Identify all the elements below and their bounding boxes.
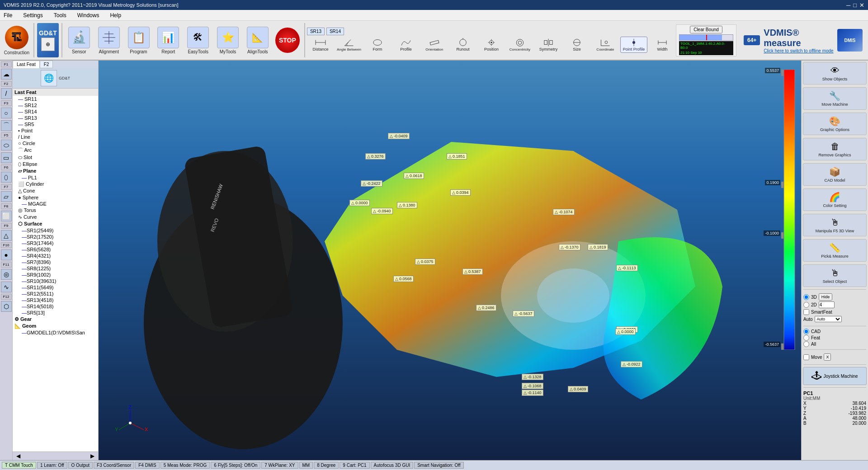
alignment-btn[interactable]: Alignment (94, 23, 124, 57)
fkey-f3[interactable]: F3 (1, 100, 12, 106)
angle-btn[interactable]: Angle Between (335, 37, 363, 53)
sb-dmis[interactable]: F4 DMIS (135, 462, 159, 469)
2d-value-input[interactable] (819, 301, 835, 308)
feat-gmodel[interactable]: — GMODEL1(D:\VDMIS\San (13, 329, 98, 336)
plane-icon-btn[interactable]: ▱ (1, 191, 12, 202)
3d-radio[interactable] (803, 294, 809, 300)
feat-sr11b[interactable]: — SR11(5649) (13, 284, 98, 291)
pick-measure-btn[interactable]: 📏 Pick& Measure (803, 239, 867, 262)
concentricity-btn[interactable]: Concentricity (506, 37, 533, 53)
feat-sr10[interactable]: — SR10(39631) (13, 278, 98, 284)
joystick-machine-btn[interactable]: 🕹 Joystick Machine (803, 367, 867, 385)
sb-cart[interactable]: 9 Cart: PC1 (340, 462, 369, 469)
stop-btn[interactable]: STOP (275, 28, 300, 53)
runout-btn[interactable]: Runout (449, 37, 476, 53)
menu-help[interactable]: Help (108, 11, 123, 19)
feat-sr5b[interactable]: — SR5[13] (13, 310, 98, 316)
feat-sr12b[interactable]: — SR12(5511) (13, 291, 98, 297)
move-checkbox[interactable] (803, 354, 809, 360)
switch-mode-link[interactable]: Click here to switch to offline mode (764, 48, 834, 53)
cone-icon-btn[interactable]: △ (1, 230, 12, 241)
feat-curve[interactable]: ∿ Curve (13, 214, 98, 221)
manipula-3d-btn[interactable]: 🖱 Manipula F5 3D View (803, 214, 867, 236)
feat-cone[interactable]: △ Cone (13, 188, 98, 194)
sb-mm[interactable]: MM (299, 462, 313, 469)
distance-btn[interactable]: Distance (307, 37, 334, 53)
sb-autofocus[interactable]: Autofocus 3D GUI (371, 462, 414, 469)
scroll-left[interactable]: ◀ (13, 452, 24, 460)
orientation-btn[interactable]: Orientation (421, 37, 448, 53)
feat-sr4[interactable]: — SR4(4321) (13, 253, 98, 259)
feat-sr13[interactable]: —SR13 (13, 115, 98, 121)
sb-meas-mode[interactable]: 5 Meas Mode: PROG (160, 462, 210, 469)
fkey-f12[interactable]: F12 (1, 294, 12, 300)
position-btn[interactable]: Position (478, 37, 505, 53)
feat-sr14b[interactable]: — SR14(5018) (13, 303, 98, 310)
hide-btn[interactable]: Hide (819, 293, 833, 301)
remove-graphics-btn[interactable]: 🗑 Remove Graphics (803, 138, 867, 160)
sb-smart-nav[interactable]: Smart Navigation: Off (414, 462, 463, 469)
2d-radio[interactable] (803, 302, 809, 308)
mytools-btn[interactable]: ⭐ MyTools (213, 23, 243, 57)
aligntools-btn[interactable]: 📐 AlignTools (243, 23, 273, 57)
minimize-btn[interactable]: ─ (846, 2, 850, 9)
line-icon-btn[interactable]: / (1, 88, 12, 99)
move-machine-btn[interactable]: 🔧 Move Machine (803, 87, 867, 110)
ellipse-icon-btn[interactable]: ⬯ (1, 172, 12, 183)
cad-model-btn[interactable]: 📦 CAD Model (803, 163, 867, 186)
feat-slot[interactable]: ⬭ Slot (13, 154, 98, 161)
feat-pl1[interactable]: —PL1 (13, 174, 98, 181)
select-object-btn[interactable]: 🖱 Select Object (803, 264, 867, 287)
feat-sr13b[interactable]: — SR13(4518) (13, 297, 98, 303)
close-btn[interactable]: ✕ (859, 2, 864, 9)
feature-tab[interactable]: Last Feat (13, 61, 40, 68)
sb-degree[interactable]: 8 Degree (314, 462, 339, 469)
sr14-label[interactable]: SR14 (326, 28, 344, 35)
feat-sr9[interactable]: — SR9(1002) (13, 272, 98, 278)
sr13-label[interactable]: SR13 (307, 28, 325, 35)
feat-circle[interactable]: ○ Circle (13, 140, 98, 146)
feat-radio[interactable] (803, 335, 809, 341)
feat-cylinder[interactable]: ⬜ Cylinder (13, 181, 98, 188)
feat-point[interactable]: • Point (13, 127, 98, 134)
sphere-icon-btn[interactable]: ● (1, 249, 12, 260)
feat-sr7[interactable]: — SR7(8396) (13, 259, 98, 265)
feat-sr11[interactable]: —SR11 (13, 96, 98, 102)
show-objects-btn[interactable]: 👁 Show Objects (803, 62, 867, 85)
feature-tab2[interactable]: F2 (40, 61, 53, 68)
feat-sphere-group[interactable]: ● Sphere (13, 194, 98, 201)
cad-radio[interactable] (803, 329, 809, 334)
sb-learn[interactable]: 1 Learn: Off (37, 462, 67, 469)
feat-sr2[interactable]: — SR2(17520) (13, 234, 98, 240)
surface-icon-btn[interactable]: ⬡ (1, 301, 12, 312)
graphic-options-btn[interactable]: 🎨 Graphic Options (803, 113, 867, 135)
color-setting-btn[interactable]: 🌈 Color Setting (803, 188, 867, 211)
cylinder-icon-btn[interactable]: ⬜ (1, 211, 12, 221)
fkey-f7[interactable]: F7 (1, 184, 12, 190)
fkey-f1[interactable]: F1 (1, 61, 12, 67)
symmetry-btn[interactable]: Symmetry (535, 37, 562, 53)
menu-tools[interactable]: Tools (52, 11, 68, 19)
form-btn[interactable]: Form (364, 37, 391, 53)
feat-ellipse[interactable]: ⬯ Ellipse (13, 161, 98, 168)
coordinate-btn[interactable]: Coordinate (592, 37, 619, 53)
menu-file[interactable]: File (2, 11, 14, 19)
slot-icon-btn[interactable]: ⬭ (1, 140, 12, 150)
feat-arc[interactable]: ⌒ Arc (13, 146, 98, 154)
profile-btn[interactable]: Profile (392, 37, 420, 53)
scroll-right[interactable]: ▶ (87, 452, 98, 460)
circle-icon-btn[interactable]: ○ (1, 108, 12, 118)
all-radio[interactable] (803, 341, 809, 347)
feat-sr12[interactable]: —SR12 (13, 102, 98, 108)
fkey-f9[interactable]: F9 (1, 223, 12, 229)
report-btn[interactable]: 📊 Report (153, 23, 183, 57)
gdnt-btn[interactable]: GD&T ⊕ (37, 23, 59, 57)
feat-plane-group[interactable]: ▱ Plane (13, 168, 98, 174)
fkey-f11[interactable]: F11 (1, 262, 12, 268)
sensor-btn[interactable]: 🔬 Sensor (64, 23, 94, 57)
flatslot-icon-btn[interactable]: ▭ (1, 152, 12, 163)
point-profile-btn[interactable]: Point Profile (620, 37, 647, 53)
auto-select[interactable]: Auto Manual (815, 316, 842, 322)
program-btn[interactable]: 📋 Program (124, 23, 154, 57)
fkey-f2[interactable]: F2 (1, 81, 12, 87)
